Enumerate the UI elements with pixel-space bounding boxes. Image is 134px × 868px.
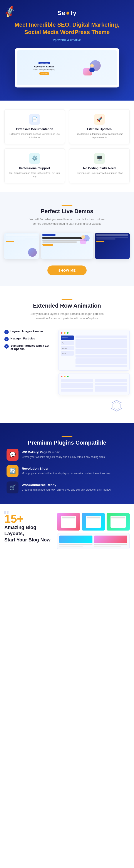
mini-header-3: [96, 234, 128, 236]
features-section: 📄 Extensive Documentation Extensive info…: [0, 100, 134, 192]
mini-row-2: [6, 239, 25, 240]
feature-desc-doc: Extensive information needed to install …: [9, 132, 60, 140]
sidebar-item-text-4: Plugins: [62, 353, 66, 354]
builder-col-2: [95, 379, 127, 393]
sidebar-item-text-1: Dashboard: [62, 337, 68, 338]
blog-mockup-secondary: [57, 533, 130, 549]
section-divider-2: [61, 299, 73, 300]
builder-row-4: [76, 355, 127, 358]
blog-title: Amazing Blog Layouts, Start Your Blog No…: [4, 524, 53, 543]
laptop-sub: We are the largest SEO agency: [21, 69, 67, 70]
sidebar-item-2: Pages: [61, 341, 74, 345]
revolution-title: Revolution Slider: [22, 467, 112, 470]
feature-label-1: Layered Images Parallax: [10, 330, 44, 333]
extended-row-inner: ✓ Layered Images Parallax ✓ Hexagon Part…: [4, 330, 130, 395]
builder-row-3: [76, 349, 127, 354]
br-2-2: [61, 383, 93, 388]
blog-mini-row-4: [87, 519, 100, 519]
revolution-icon: 🔄: [6, 465, 18, 477]
blog-img-inner-2: [82, 513, 105, 530]
hero-headline-1: Meet Incredible SEO, Digital Marketing,: [14, 21, 120, 28]
demo-screen-3: [95, 233, 130, 259]
plugin-item-revolution: 🔄 Revolution Slider Most popular slider …: [6, 465, 128, 477]
feature-desc-coding: Everyone can use Seofy with not much eff…: [74, 171, 125, 175]
hero-laptop-mockup: Largest SEO Agency in Europe We are the …: [15, 48, 119, 88]
blog-mini-screen-1: [61, 516, 76, 528]
mini-btn: [42, 244, 53, 246]
sidebar-item-3: Settings: [61, 346, 74, 350]
laptop-badge: Largest SEO: [39, 62, 50, 64]
laptop-left: Largest SEO Agency in Europe We are the …: [19, 59, 69, 77]
blog-img-thumb-2: [94, 535, 127, 543]
blog-mini-screen-3: [110, 516, 126, 528]
plugin-list: 💬 WP Bakery Page Builder Create your web…: [6, 449, 128, 493]
live-demos-section: Perfect Live Demos You will find what yo…: [0, 192, 134, 286]
feature-title-coding: No Coding Skills Need: [74, 166, 125, 170]
wpbakery-icon: 💬: [6, 449, 18, 461]
mini-illus: [79, 234, 92, 246]
svg-marker-6: [113, 402, 121, 410]
svg-point-1: [89, 68, 95, 72]
extended-row-desc: Seofy included layered Images parallax, …: [26, 312, 108, 321]
demo-card-2: [41, 233, 93, 259]
hexagon-decoration: [4, 399, 130, 412]
br-2-3: [61, 389, 93, 392]
demo-card-1: [4, 233, 39, 259]
extended-row-section: Extended Row Animation Seofy included la…: [0, 286, 134, 423]
blog-mini-row-2: [62, 520, 75, 520]
section-divider-3: [61, 436, 73, 437]
blog-text-2: [59, 546, 82, 547]
br-2-5: [95, 383, 127, 385]
blog-mockup-col-2: [94, 535, 127, 547]
builder-sidebar: Dashboard Pages Settings Plugins: [61, 336, 74, 368]
blog-img-1: [57, 513, 80, 530]
plugin-item-wpbakery: 💬 WP Bakery Page Builder Create your web…: [6, 449, 128, 461]
demo-card-3: [95, 233, 130, 259]
demo-mini-content-3: [95, 233, 130, 259]
mini-row-3a: [96, 237, 128, 238]
blog-img-thumb-1: [59, 535, 92, 543]
extended-row-header: Extended Row Animation Seofy included la…: [4, 299, 130, 321]
blog-text-3: [94, 544, 127, 545]
blog-header: 15+ Amazing Blog Layouts, Start Your Blo…: [4, 513, 130, 549]
blog-mini-row-5: [87, 520, 100, 520]
blog-title-2: Start Your Blog Now: [4, 537, 50, 542]
builder-top-dots: [61, 332, 127, 334]
woocommerce-desc: Create and manage your own online shop a…: [22, 488, 111, 492]
mini-cta: [6, 241, 14, 242]
extended-row-title: Extended Row Animation: [4, 302, 130, 309]
demo-mini-content-1: [4, 233, 39, 259]
feature-title-support: Professional Support: [9, 166, 60, 170]
laptop-agency: Agency in Europe: [21, 65, 67, 68]
builder-col-1: [61, 379, 93, 393]
laptop-right: [69, 60, 115, 75]
hero-section: Se●fy 🚀 Meet Incredible SEO, Digital Mar…: [0, 0, 134, 100]
dot-green-2: [67, 376, 69, 377]
support-icon: ⚙️: [29, 153, 40, 164]
blog-text-4: [94, 546, 121, 547]
feature-desc-updates: Free lifetime autoupdates that contain t…: [74, 132, 125, 140]
extended-row-left: ✓ Layered Images Parallax ✓ Hexagon Part…: [4, 330, 52, 353]
blog-images: [57, 513, 130, 530]
blog-mini-row-8: [111, 521, 125, 521]
feature-list-item-1: ✓ Layered Images Parallax: [4, 330, 52, 334]
blog-right: [57, 513, 130, 549]
demo-screen-2: [41, 233, 93, 259]
woocommerce-icon: 🛒: [6, 482, 18, 493]
check-icon-3: ✓: [4, 344, 9, 349]
svg-point-0: [90, 64, 94, 67]
show-me-button[interactable]: SHOW ME: [47, 266, 87, 275]
blog-mini-row-1: [62, 519, 75, 519]
dot-red: [61, 332, 62, 334]
hero-headline: Meet Incredible SEO, Digital Marketing, …: [6, 21, 128, 36]
builder-mockup-2: [58, 373, 130, 395]
sidebar-item-4: Plugins: [61, 351, 74, 355]
feature-card-updates: 🚀 Lifetime Updates Free lifetime autoupd…: [69, 109, 130, 144]
live-demos-title: Perfect Live Demos: [4, 208, 130, 215]
woocommerce-title: WooCommerce Ready: [22, 483, 111, 487]
wpbakery-desc: Create your website projects easily and …: [22, 455, 105, 459]
mini-circle: [28, 248, 37, 257]
blog-mini-header-3: [111, 517, 125, 518]
feature-label-2: Hexagon Particles: [10, 337, 35, 340]
mini-row-1: [6, 237, 38, 238]
